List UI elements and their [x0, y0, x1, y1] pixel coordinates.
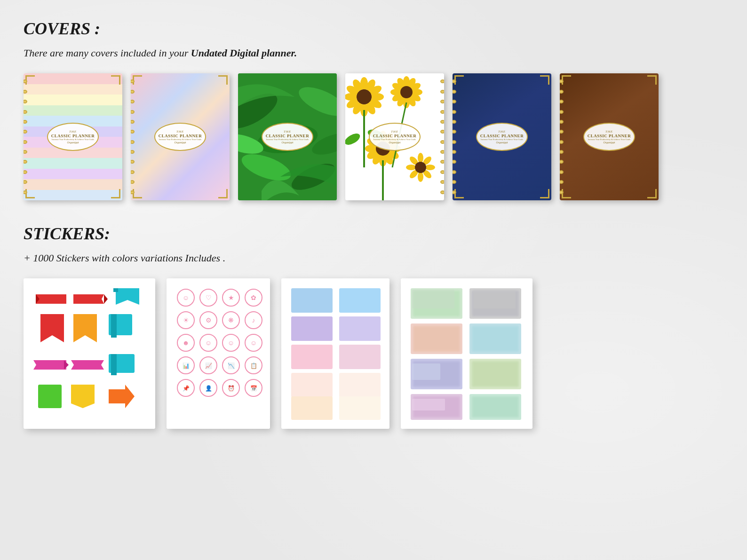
svg-rect-137 — [472, 396, 519, 418]
cover-brown-leather: THE CLASSIC PLANNER Increase Your Produc… — [560, 73, 659, 200]
svg-text:☻: ☻ — [183, 339, 190, 347]
svg-text:★: ★ — [228, 294, 234, 301]
cover-sunflowers: THE CLASSIC PLANNER Increase Your Produc… — [345, 73, 444, 200]
sticker-sheet-color-blocks — [281, 278, 389, 429]
svg-point-21 — [357, 89, 372, 104]
svg-point-48 — [418, 153, 423, 163]
svg-rect-62 — [113, 288, 118, 292]
svg-text:📊: 📊 — [183, 362, 190, 369]
svg-text:☺: ☺ — [183, 294, 189, 301]
svg-rect-116 — [291, 396, 333, 420]
watercolor-svg — [408, 286, 526, 422]
cover-label: THE CLASSIC PLANNER Increase Your Produc… — [47, 123, 99, 151]
svg-rect-113 — [339, 345, 381, 369]
svg-rect-120 — [412, 290, 454, 308]
covers-subtitle: There are many covers included in your U… — [24, 47, 723, 59]
svg-rect-112 — [291, 345, 333, 369]
svg-text:📋: 📋 — [250, 362, 257, 369]
svg-rect-132 — [472, 361, 519, 387]
svg-rect-115 — [339, 373, 381, 397]
svg-text:♡: ♡ — [206, 294, 212, 301]
cover-label-4: THE CLASSIC PLANNER Increase Your Produc… — [369, 123, 421, 151]
svg-rect-123 — [473, 290, 516, 308]
cover-label-6: THE CLASSIC PLANNER Increase Your Produc… — [583, 123, 635, 151]
spiral-binding — [131, 73, 135, 200]
spiral-binding — [24, 73, 28, 200]
svg-text:☺: ☺ — [205, 339, 212, 347]
svg-text:✿: ✿ — [251, 294, 256, 301]
cover-watercolor-marble: THE CLASSIC PLANNER Increase Your Produc… — [131, 73, 230, 200]
svg-text:❋: ❋ — [228, 317, 234, 324]
sticker-sheet-ribbons — [24, 278, 155, 429]
cover-tropical-leaves: THE CLASSIC PLANNER Increase Your Produc… — [238, 73, 337, 200]
corner-tr — [111, 75, 120, 85]
svg-rect-110 — [291, 316, 333, 341]
svg-text:📈: 📈 — [205, 362, 212, 369]
ribbons-svg — [31, 286, 149, 422]
svg-rect-108 — [291, 288, 333, 313]
cover-pastel-stripes: THE CLASSIC PLANNER Increase Your Produc… — [24, 73, 122, 200]
spiral-binding — [560, 73, 564, 200]
svg-rect-111 — [339, 316, 381, 341]
svg-text:👤: 👤 — [205, 385, 212, 392]
icons-svg: .ic { fill: none; stroke: #f090b0; strok… — [174, 286, 263, 422]
cover-label-2: THE CLASSIC PLANNER Increase Your Produc… — [154, 123, 206, 151]
svg-rect-67 — [38, 385, 62, 408]
corner-br — [111, 189, 120, 198]
cover-label-3: THE CLASSIC PLANNER Increase Your Produc… — [262, 123, 313, 151]
svg-rect-127 — [472, 326, 519, 352]
svg-rect-125 — [413, 326, 460, 352]
svg-point-54 — [406, 165, 416, 170]
svg-rect-114 — [291, 373, 333, 397]
svg-text:📉: 📉 — [228, 362, 235, 369]
svg-rect-64 — [111, 314, 117, 338]
svg-text:☀: ☀ — [183, 317, 189, 324]
svg-point-56 — [415, 162, 426, 173]
cover-navy-blue: THE CLASSIC PLANNER Increase Your Produc… — [453, 73, 551, 200]
color-blocks-svg — [289, 286, 383, 422]
svg-point-34 — [400, 86, 413, 98]
svg-rect-117 — [339, 396, 381, 420]
stickers-row: .ic { fill: none; stroke: #f090b0; strok… — [24, 278, 723, 429]
svg-text:♪: ♪ — [252, 317, 255, 324]
spiral-binding-right — [439, 73, 444, 200]
svg-rect-135 — [412, 399, 445, 410]
svg-point-50 — [425, 165, 435, 170]
svg-text:☺: ☺ — [250, 339, 257, 347]
svg-text:📅: 📅 — [250, 385, 257, 392]
svg-text:⚙: ⚙ — [206, 317, 212, 324]
stickers-subtitle: + 1000 Stickers with colors variations I… — [24, 252, 723, 264]
svg-point-52 — [418, 172, 423, 182]
svg-text:☺: ☺ — [228, 339, 234, 347]
svg-text:📌: 📌 — [183, 385, 190, 392]
sticker-sheet-icons: .ic { fill: none; stroke: #f090b0; strok… — [167, 278, 270, 429]
covers-title: COVERS : — [24, 19, 723, 39]
svg-rect-130 — [412, 363, 440, 380]
svg-text:⏰: ⏰ — [228, 385, 235, 392]
covers-row: THE CLASSIC PLANNER Increase Your Produc… — [24, 73, 723, 200]
svg-rect-66 — [111, 354, 117, 375]
svg-rect-109 — [339, 288, 381, 313]
sticker-sheet-watercolor — [401, 278, 532, 429]
cover-label-5: THE CLASSIC PLANNER Increase Your Produc… — [476, 123, 528, 151]
spiral-binding — [453, 73, 457, 200]
stickers-title: STICKERS: — [24, 224, 723, 244]
